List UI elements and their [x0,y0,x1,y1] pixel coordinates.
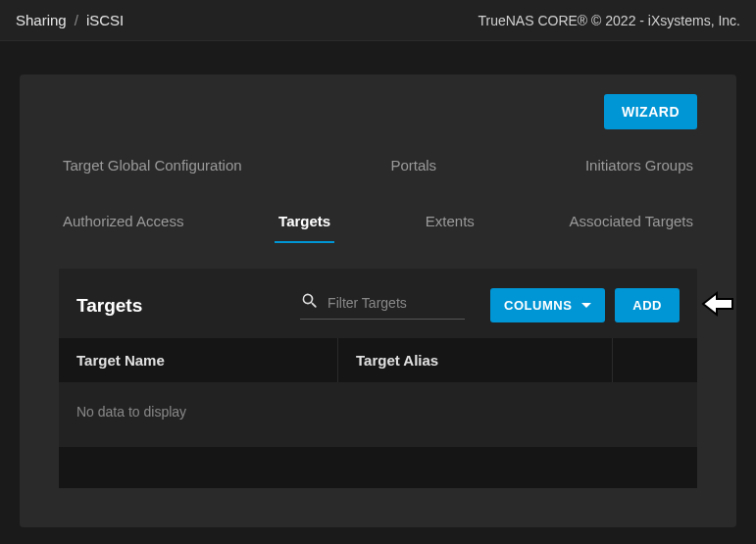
breadcrumb-current: iSCSI [86,12,124,28]
targets-panel: Targets COLUMNS ADD Targ [59,269,697,488]
column-target-alias[interactable]: Target Alias [338,338,613,382]
tab-associated-targets[interactable]: Associated Targets [566,205,697,243]
tab-authorized-access[interactable]: Authorized Access [59,205,187,243]
search-wrap [300,291,465,320]
search-input[interactable] [328,295,465,311]
table-header: Target Name Target Alias [59,338,697,382]
breadcrumb: Sharing / iSCSI [16,12,124,28]
column-target-name[interactable]: Target Name [59,338,338,382]
no-data-message: No data to display [59,382,697,441]
chevron-down-icon [581,303,591,308]
annotation-arrow-icon [701,290,734,321]
tab-initiators-groups[interactable]: Initiators Groups [581,149,697,181]
section-title: Targets [76,295,142,317]
wizard-button[interactable]: WIZARD [604,94,697,129]
breadcrumb-separator: / [75,12,78,28]
tab-target-global-configuration[interactable]: Target Global Configuration [59,149,246,181]
columns-button[interactable]: COLUMNS [490,288,605,322]
tabs-row-2: Authorized Access Targets Extents Associ… [59,185,697,253]
breadcrumb-root[interactable]: Sharing [16,12,67,28]
columns-button-label: COLUMNS [504,298,572,313]
copyright-text: TrueNAS CORE® © 2022 - iXsystems, Inc. [478,13,740,28]
tabs-row-1: Target Global Configuration Portals Init… [59,139,697,185]
main-card: WIZARD Target Global Configuration Porta… [20,74,736,527]
add-button[interactable]: ADD [615,288,680,322]
column-actions [613,338,697,382]
tab-targets[interactable]: Targets [275,205,334,243]
tab-extents[interactable]: Extents [422,205,479,243]
table-footer [59,447,697,488]
search-icon [300,291,320,315]
tab-portals[interactable]: Portals [386,149,440,181]
